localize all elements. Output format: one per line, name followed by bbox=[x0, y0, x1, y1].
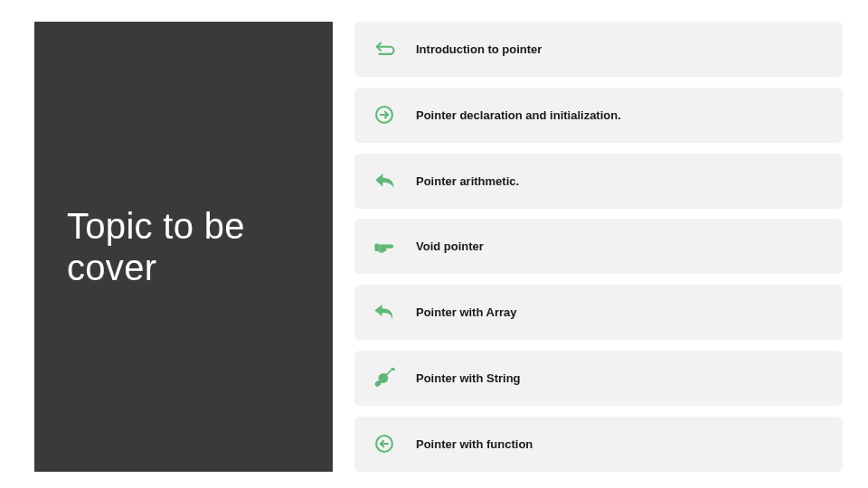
topic-label: Pointer with Array bbox=[416, 305, 516, 319]
undo-outline-icon bbox=[373, 38, 416, 61]
topics-list: Introduction to pointer Pointer declarat… bbox=[354, 22, 843, 472]
list-item: Pointer declaration and initialization. bbox=[354, 88, 843, 143]
violin-icon bbox=[373, 367, 416, 390]
list-item: Pointer with String bbox=[354, 351, 843, 406]
page-title: Topic to be cover bbox=[67, 205, 333, 288]
title-panel: Topic to be cover bbox=[34, 22, 333, 472]
topic-label: Pointer with String bbox=[416, 371, 521, 385]
reply-solid-icon bbox=[373, 169, 416, 192]
list-item: Introduction to pointer bbox=[354, 22, 843, 77]
list-item: Pointer arithmetic. bbox=[354, 154, 843, 209]
topic-label: Pointer with function bbox=[416, 437, 533, 451]
topic-label: Pointer declaration and initialization. bbox=[416, 108, 621, 122]
topic-label: Pointer arithmetic. bbox=[416, 174, 519, 188]
circle-arrow-right-icon bbox=[373, 103, 416, 127]
list-item: Pointer with function bbox=[354, 417, 843, 472]
list-item: Void pointer bbox=[354, 219, 843, 274]
slide: Topic to be cover Introduction to pointe… bbox=[0, 0, 868, 488]
undo-solid-icon bbox=[373, 301, 416, 324]
list-item: Pointer with Array bbox=[354, 285, 843, 340]
circle-arrow-left-icon bbox=[373, 432, 416, 455]
hand-point-right-icon bbox=[373, 235, 416, 258]
topic-label: Introduction to pointer bbox=[416, 42, 542, 56]
topic-label: Void pointer bbox=[416, 239, 484, 253]
